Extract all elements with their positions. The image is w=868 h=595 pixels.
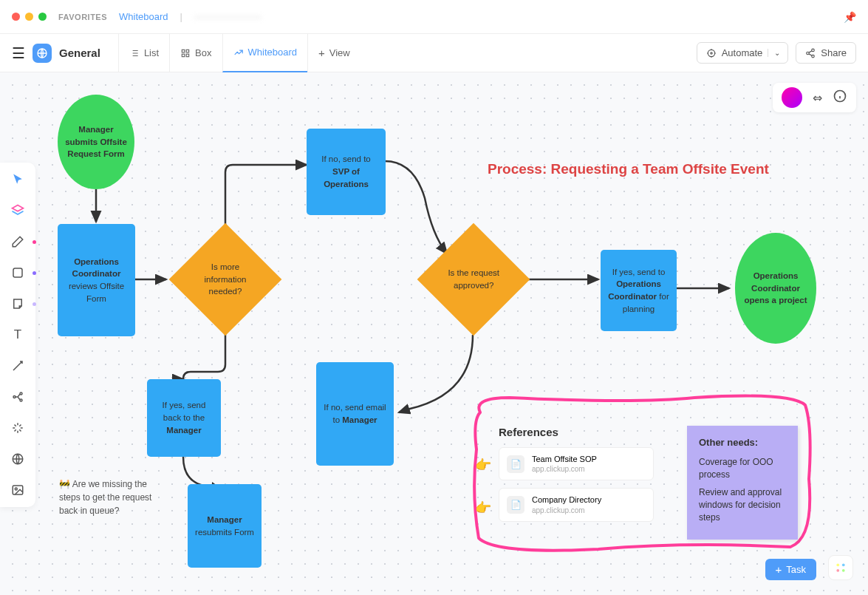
node-start[interactable]: Manager submits Offsite Request Form (58, 95, 134, 189)
shape-tool-icon[interactable] (10, 265, 26, 281)
node-email[interactable]: If no, send email to Manager (316, 362, 394, 466)
text-tool-icon[interactable]: T (10, 327, 26, 343)
node-decision-approved[interactable]: Is the request approved? (417, 223, 530, 336)
fit-width-icon[interactable]: ⇔ (813, 91, 822, 105)
svg-point-19 (842, 563, 845, 566)
doc-icon: 📄 (507, 496, 524, 514)
window-chrome: FAVORITES Whiteboard | ——————— 📌 (0, 0, 868, 34)
tab-add-view[interactable]: +View (307, 34, 360, 72)
tab-list[interactable]: List (118, 34, 169, 72)
share-button[interactable]: Share (796, 42, 856, 64)
reference-link[interactable]: 📄 Team Offsite SOPapp.clickup.com (499, 447, 654, 480)
process-title: Process: Requesting a Team Offsite Event (488, 161, 769, 177)
svg-point-18 (836, 563, 839, 566)
doc-icon: 📄 (507, 455, 524, 473)
pointer-icon: 👉 (475, 500, 491, 516)
user-avatar[interactable] (782, 87, 802, 108)
image-tool-icon[interactable] (10, 482, 26, 498)
cursor-tool-icon[interactable] (10, 171, 26, 188)
node-resubmit[interactable]: Manager resubmits Form (188, 484, 262, 568)
breadcrumb-redacted: ——————— (194, 11, 262, 22)
layers-tool-icon[interactable] (10, 203, 26, 219)
sparkle-tool-icon[interactable] (10, 420, 26, 436)
tab-box[interactable]: Box (169, 34, 222, 72)
sticky-note[interactable]: Other needs: Coverage for OOO processRev… (687, 426, 798, 540)
node-end[interactable]: Operations Coordinator opens a project (735, 233, 816, 344)
svg-point-21 (842, 569, 845, 572)
reference-link[interactable]: 📄 Company Directoryapp.clickup.com (499, 488, 654, 521)
svg-point-12 (20, 392, 22, 395)
chevron-down-icon: ⌄ (768, 49, 783, 57)
mindmap-tool-icon[interactable] (10, 389, 26, 405)
space-icon[interactable] (33, 44, 52, 63)
whiteboard-canvas[interactable]: Manager submits Offsite Request Form Ope… (0, 72, 868, 595)
references-title: References (499, 426, 654, 438)
node-planning[interactable]: If yes, send to Operations Coordinator f… (601, 250, 677, 331)
node-review[interactable]: Operations Coordinator reviews Offsite F… (58, 224, 135, 336)
breadcrumb-whiteboard[interactable]: Whiteboard (119, 11, 168, 22)
svg-rect-4 (186, 54, 189, 57)
canvas-controls: ⇔ (773, 83, 856, 112)
new-task-button[interactable]: +Task (765, 559, 817, 580)
svg-point-11 (13, 396, 16, 398)
comment-note[interactable]: 🚧 Are we missing the steps to get the re… (59, 477, 163, 517)
svg-point-20 (836, 569, 839, 572)
note-tool-icon[interactable] (10, 296, 26, 312)
pointer-icon: 👉 (475, 457, 491, 473)
svg-rect-10 (13, 268, 22, 277)
references-panel: References 👉 📄 Team Offsite SOPapp.click… (499, 426, 654, 529)
svg-point-13 (20, 399, 22, 401)
svg-point-8 (807, 52, 810, 55)
pen-tool-icon[interactable] (10, 234, 26, 250)
tool-sidebar: T (0, 163, 35, 507)
info-icon[interactable] (833, 89, 847, 106)
svg-rect-1 (182, 50, 185, 52)
connector-tool-icon[interactable] (10, 358, 26, 374)
svg-rect-2 (186, 50, 189, 52)
node-decision-info[interactable]: Is more information needed? (169, 223, 282, 336)
svg-point-16 (15, 488, 17, 490)
traffic-lights[interactable] (12, 13, 47, 21)
svg-point-5 (708, 50, 714, 56)
svg-point-6 (710, 52, 711, 53)
favorites-label: FAVORITES (58, 13, 107, 21)
node-sendback[interactable]: If yes, send back to the Manager (147, 379, 221, 457)
embed-tool-icon[interactable] (10, 451, 26, 467)
apps-button[interactable] (828, 555, 853, 580)
page-header: ☰ General List Box Whiteboard +View Auto… (0, 34, 868, 72)
menu-icon[interactable]: ☰ (12, 44, 25, 62)
page-title: General (59, 47, 100, 59)
view-tabs: List Box Whiteboard +View (118, 34, 360, 72)
pin-icon[interactable]: 📌 (844, 11, 856, 23)
node-svp[interactable]: If no, send to SVP of Operations (307, 129, 386, 215)
svg-rect-3 (182, 54, 185, 57)
svg-point-9 (812, 55, 815, 58)
automate-button[interactable]: Automate⌄ (697, 42, 789, 64)
tab-whiteboard[interactable]: Whiteboard (222, 34, 307, 72)
svg-point-7 (812, 49, 815, 52)
